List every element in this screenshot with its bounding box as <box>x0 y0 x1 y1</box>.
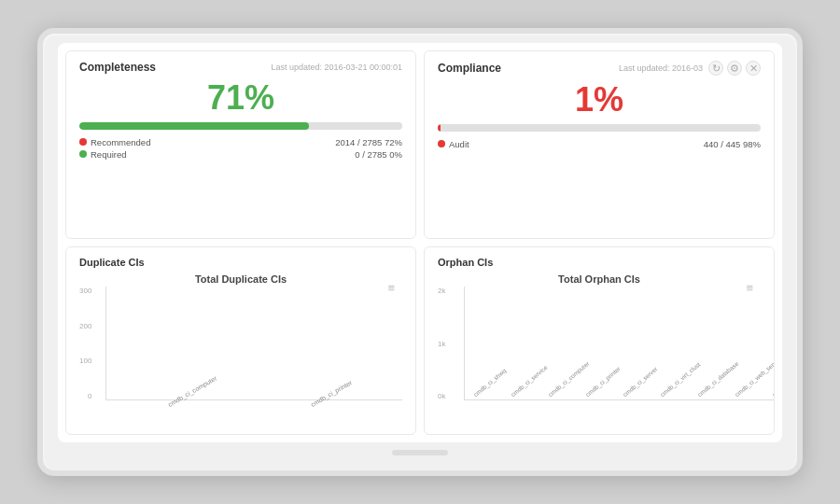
orphan-bar-chart: 2k 1k 0k cmdb_ci_shwq cmdb_ci_service <box>438 287 761 427</box>
compliance-progress-wrap <box>438 124 761 132</box>
gear-icon[interactable]: ⚙ <box>727 61 742 76</box>
orphan-bar-computer: cmdb_ci_computer <box>547 390 582 399</box>
dashboard-screen: Completeness Last updated: 2016-03-21 00… <box>58 43 782 442</box>
compliance-legend-audit: Audit 440 / 445 98% <box>438 139 761 149</box>
y-label-100: 100 <box>79 357 91 365</box>
orphan-y-labels: 2k 1k 0k <box>438 287 447 400</box>
completeness-title: Completeness <box>79 61 156 74</box>
recommended-value: 2014 / 2785 72% <box>335 137 402 147</box>
orphan-label-computer: cmdb_ci_computer <box>547 371 579 399</box>
completeness-percent: 71% <box>79 79 402 117</box>
orphan-bar-ups: cmdb_ci_ups <box>771 390 775 399</box>
duplicate-bars: cmdb_ci_computer cmdb_ci_printer <box>105 287 402 400</box>
completeness-legend-required: Required 0 / 2785 0% <box>79 149 402 160</box>
required-label: Required <box>91 149 127 160</box>
y-label-0: 0 <box>88 392 91 400</box>
duplicate-chart-title: Total Duplicate CIs <box>79 273 402 285</box>
orphan-card: Orphan CIs Total Orphan CIs ≡ 2k 1k 0k c… <box>424 246 775 435</box>
orphan-bar-printer: cmdb_ci_printer <box>584 390 620 399</box>
refresh-icon[interactable]: ↻ <box>708 61 723 76</box>
completeness-progress-fill <box>79 122 309 130</box>
orphan-bar-database: cmdb_ci_database <box>696 390 732 399</box>
completeness-updated: Last updated: 2016-03-21 00:00:01 <box>271 63 402 72</box>
compliance-header: Compliance Last updated: 2016-03 ↻ ⚙ ✕ <box>438 61 761 76</box>
compliance-title: Compliance <box>438 62 501 75</box>
orphan-bar-webserver: cmdb_ci_web_server <box>734 390 769 399</box>
orphan-label-virtclust: cmdb_ci_virt_clust <box>659 371 691 399</box>
recommended-label: Recommended <box>91 137 150 147</box>
orphan-header: Orphan CIs <box>438 257 761 270</box>
orphan-label-shwq: cmdb_ci_shwq <box>472 371 504 399</box>
orphan-label-ups: cmdb_ci_ups <box>771 371 775 399</box>
orphan-title: Orphan CIs <box>438 257 493 268</box>
audit-dot <box>438 140 445 147</box>
required-dot <box>79 150 87 158</box>
orphan-bar-service: cmdb_ci_service <box>510 390 545 399</box>
duplicate-card: Duplicate CIs Total Duplicate CIs ≡ 300 … <box>65 246 416 435</box>
duplicate-chart-area: Total Duplicate CIs ≡ 300 200 100 0 cmdb… <box>79 273 402 427</box>
completeness-progress-wrap <box>79 122 402 130</box>
required-value: 0 / 2785 0% <box>355 149 402 160</box>
y-label-300: 300 <box>79 287 91 295</box>
orphan-y-1k: 1k <box>438 340 445 348</box>
recommended-dot <box>79 138 87 146</box>
duplicate-header: Duplicate CIs <box>79 257 402 270</box>
close-icon[interactable]: ✕ <box>746 61 761 76</box>
completeness-header: Completeness Last updated: 2016-03-21 00… <box>79 61 402 74</box>
orphan-bars: cmdb_ci_shwq cmdb_ci_service cmdb_ci_com… <box>464 287 775 400</box>
orphan-label-webserver: cmdb_ci_web_server <box>734 371 765 399</box>
device-bottom-bar <box>392 450 448 455</box>
orphan-label-database: cmdb_ci_database <box>696 371 728 399</box>
bar-group-computer: cmdb_ci_computer <box>114 390 252 399</box>
orphan-bar-virtclust: cmdb_ci_virt_clust <box>659 390 694 399</box>
orphan-chart-area: Total Orphan CIs ≡ 2k 1k 0k cmdb_ci_shwq <box>438 273 761 427</box>
bar-group-printer: cmdb_ci_printer <box>258 390 396 399</box>
compliance-percent: 1% <box>438 81 761 119</box>
duplicate-title: Duplicate CIs <box>79 257 145 268</box>
orphan-bar-shwq: cmdb_ci_shwq <box>472 390 508 399</box>
orphan-label-printer: cmdb_ci_printer <box>584 371 616 399</box>
completeness-legend-recommended: Recommended 2014 / 2785 72% <box>79 137 402 147</box>
orphan-bar-server: cmdb_ci_server <box>622 390 657 399</box>
duplicate-y-labels: 300 200 100 0 <box>79 287 93 400</box>
audit-value: 440 / 445 98% <box>704 139 761 149</box>
compliance-card: Compliance Last updated: 2016-03 ↻ ⚙ ✕ 1… <box>424 50 775 239</box>
orphan-label-service: cmdb_ci_service <box>510 371 541 399</box>
compliance-updated: Last updated: 2016-03 <box>619 63 703 73</box>
bar-label-printer: cmdb_ci_printer <box>310 384 345 408</box>
compliance-progress-fill <box>438 124 441 132</box>
device: Completeness Last updated: 2016-03-21 00… <box>37 28 803 476</box>
completeness-card: Completeness Last updated: 2016-03-21 00… <box>65 50 416 239</box>
y-label-200: 200 <box>79 322 91 330</box>
duplicate-bar-chart: 300 200 100 0 cmdb_ci_computer cmdb_ci_p… <box>79 287 402 427</box>
bar-label-computer: cmdb_ci_computer <box>166 384 202 408</box>
orphan-label-server: cmdb_ci_server <box>622 371 653 399</box>
orphan-chart-title: Total Orphan CIs <box>438 273 761 285</box>
orphan-y-0k: 0k <box>438 392 445 400</box>
orphan-y-2k: 2k <box>438 287 445 295</box>
audit-label: Audit <box>449 139 469 149</box>
